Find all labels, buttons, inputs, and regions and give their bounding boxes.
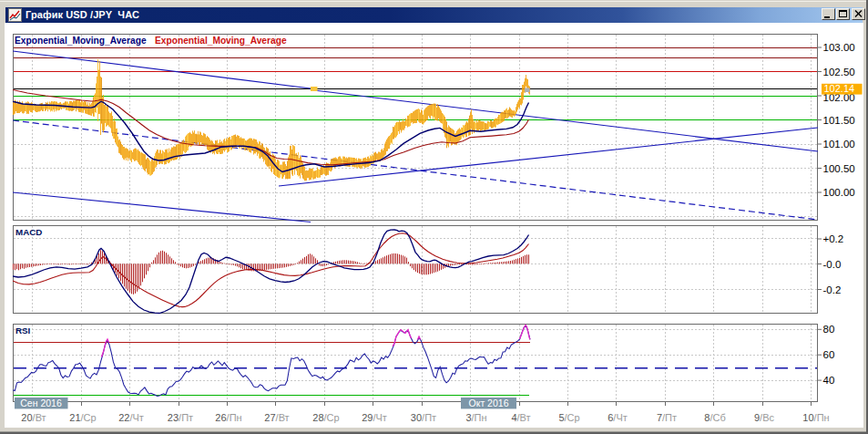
svg-text:9/Вс: 9/Вс [754, 412, 775, 423]
svg-text:Exponential_Moving_Average: Exponential_Moving_Average [15, 36, 147, 46]
svg-text:RSI: RSI [15, 326, 31, 336]
svg-text:4/Вт: 4/Вт [511, 412, 530, 423]
svg-text:20/Вт: 20/Вт [21, 412, 46, 423]
svg-text:40: 40 [823, 375, 835, 386]
svg-text:102.14: 102.14 [824, 83, 855, 94]
svg-text:100.50: 100.50 [823, 163, 855, 174]
svg-text:10/Пн: 10/Пн [802, 412, 829, 423]
svg-text:100.00: 100.00 [823, 187, 855, 198]
svg-text:Сен 2016: Сен 2016 [20, 398, 62, 408]
svg-text:23/Пт: 23/Пт [168, 412, 193, 423]
svg-text:27/Вт: 27/Вт [264, 412, 289, 423]
svg-text:6/Чт: 6/Чт [608, 412, 628, 423]
svg-text:102.50: 102.50 [823, 67, 855, 78]
svg-text:3/Пн: 3/Пн [465, 412, 486, 423]
svg-text:7/Пт: 7/Пт [657, 412, 677, 423]
svg-text:29/Чт: 29/Чт [362, 412, 387, 423]
svg-text:+0.2: +0.2 [823, 233, 844, 244]
svg-text:Exponential_Moving_Average: Exponential_Moving_Average [155, 36, 287, 46]
svg-text:MACD: MACD [15, 227, 42, 237]
svg-text:Окт 2016: Окт 2016 [469, 398, 509, 408]
svg-text:28/Ср: 28/Ср [312, 412, 339, 423]
svg-text:-0.2: -0.2 [823, 284, 842, 295]
svg-text:5/Ср: 5/Ср [558, 412, 579, 423]
svg-text:21/Ср: 21/Ср [69, 412, 96, 423]
svg-text:101.50: 101.50 [823, 115, 855, 126]
svg-text:-0.0: -0.0 [823, 259, 842, 270]
svg-text:103.00: 103.00 [823, 42, 855, 53]
svg-text:8/Сб: 8/Сб [704, 412, 725, 423]
svg-text:60: 60 [823, 349, 835, 360]
svg-text:30/Пт: 30/Пт [411, 412, 436, 423]
svg-text:22/Чт: 22/Чт [118, 412, 144, 423]
svg-text:80: 80 [823, 324, 835, 335]
svg-text:101.00: 101.00 [823, 139, 855, 150]
svg-text:26/Пн: 26/Пн [215, 412, 241, 423]
